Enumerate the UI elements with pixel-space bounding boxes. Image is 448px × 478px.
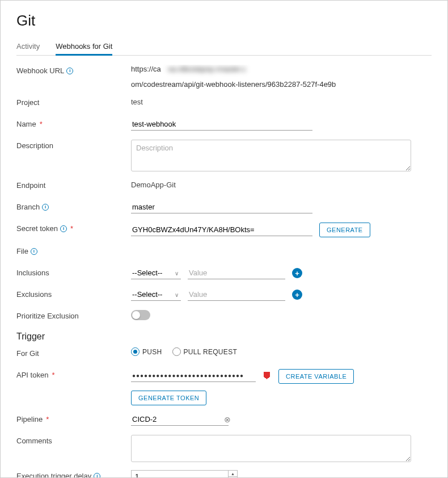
pipeline-input[interactable] bbox=[131, 413, 229, 426]
label-name: Name* bbox=[16, 118, 131, 128]
generate-token-button[interactable]: GENERATE TOKEN bbox=[131, 391, 206, 405]
info-icon[interactable]: i bbox=[42, 204, 49, 211]
info-icon[interactable]: i bbox=[31, 248, 37, 255]
tab-webhooks[interactable]: Webhooks for Git bbox=[56, 37, 112, 55]
info-icon[interactable]: i bbox=[60, 225, 67, 232]
api-token-input[interactable]: ●●●●●●●●●●●●●●●●●●●●●●●●●●●● bbox=[131, 371, 256, 382]
label-comments: Comments bbox=[16, 435, 131, 445]
tab-activity[interactable]: Activity bbox=[16, 37, 40, 55]
radio-dot-icon bbox=[131, 347, 140, 356]
label-secret-token: Secret token i * bbox=[16, 223, 131, 233]
info-icon[interactable]: i bbox=[94, 473, 100, 479]
radio-push[interactable]: PUSH bbox=[131, 347, 162, 356]
create-variable-button[interactable]: CREATE VARIABLE bbox=[278, 369, 354, 384]
label-for-git: For Git bbox=[16, 347, 131, 358]
label-endpoint: Endpoint bbox=[16, 179, 131, 190]
label-api-token: API token* bbox=[16, 369, 131, 379]
endpoint-value: DemoApp-Git bbox=[131, 179, 432, 189]
label-prioritize-exclusion: Prioritize Exclusion bbox=[16, 310, 131, 320]
label-webhook-url: Webhook URL i bbox=[16, 65, 131, 75]
description-textarea[interactable] bbox=[131, 140, 411, 171]
clear-pipeline-icon[interactable]: ⊗ bbox=[224, 415, 231, 424]
exclusions-value-input[interactable] bbox=[188, 288, 285, 301]
inclusions-select[interactable]: --Select-- bbox=[131, 267, 181, 279]
inclusions-value-input[interactable] bbox=[188, 267, 285, 279]
label-branch: Branch i bbox=[16, 201, 131, 211]
trigger-section-header: Trigger bbox=[16, 332, 432, 342]
shield-error-icon[interactable]: ⛊ bbox=[263, 371, 272, 381]
add-exclusion-button[interactable]: + bbox=[292, 290, 302, 300]
exclusions-select[interactable]: --Select-- bbox=[131, 288, 181, 301]
label-inclusions: Inclusions bbox=[16, 267, 131, 277]
exec-delay-input[interactable] bbox=[131, 470, 238, 478]
label-pipeline: Pipeline* bbox=[16, 413, 131, 424]
branch-input[interactable] bbox=[131, 201, 312, 213]
comments-textarea[interactable] bbox=[131, 435, 411, 462]
stepper-up-icon[interactable]: ▲ bbox=[229, 471, 237, 477]
webhook-url-value: https://cava.rdbcisbpnp.rmaster.com/code… bbox=[131, 65, 432, 89]
generate-button[interactable]: GENERATE bbox=[319, 223, 370, 237]
project-value: test bbox=[131, 97, 432, 106]
label-exclusions: Exclusions bbox=[16, 288, 131, 299]
radio-dot-icon bbox=[172, 347, 181, 356]
label-exec-delay: Execution trigger delay i bbox=[16, 470, 131, 478]
info-icon[interactable]: i bbox=[66, 68, 73, 74]
radio-pull-request[interactable]: PULL REQUEST bbox=[172, 347, 238, 356]
add-inclusion-button[interactable]: + bbox=[292, 268, 302, 278]
page-title: Git bbox=[16, 12, 432, 30]
label-project: Project bbox=[16, 97, 131, 107]
name-input[interactable] bbox=[131, 118, 312, 131]
secret-token-input[interactable] bbox=[131, 224, 312, 236]
label-description: Description bbox=[16, 140, 131, 150]
prioritize-exclusion-toggle[interactable] bbox=[131, 310, 150, 320]
label-file: File i bbox=[16, 245, 131, 255]
tab-bar: Activity Webhooks for Git bbox=[16, 37, 432, 56]
